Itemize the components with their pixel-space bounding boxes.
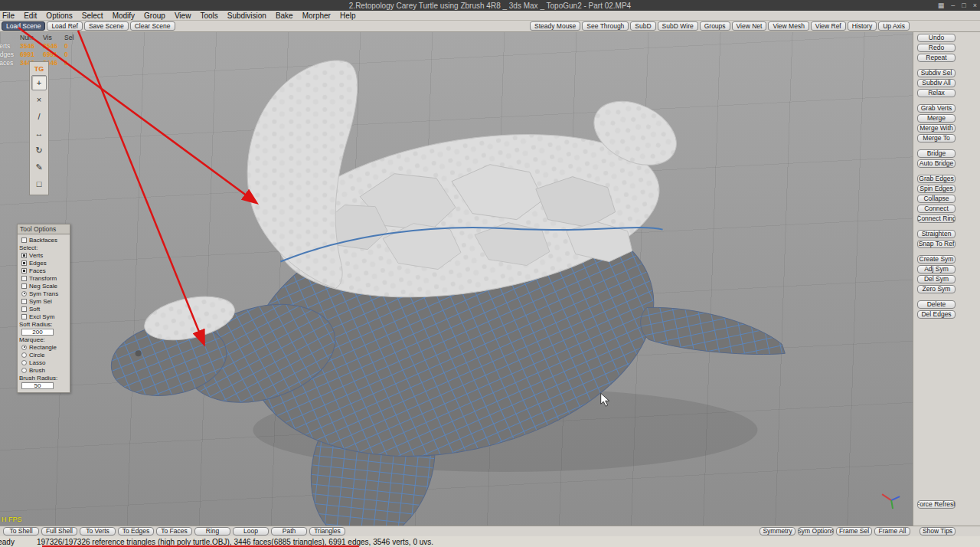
show-tips-button[interactable]: Show Tips: [920, 527, 956, 536]
faces-checkbox[interactable]: Faces: [18, 267, 70, 274]
backfaces-checkbox[interactable]: Backfaces: [18, 236, 70, 244]
up-axis-button[interactable]: Up Axis: [878, 21, 910, 31]
tool-option-input[interactable]: 50: [21, 382, 54, 389]
sym-options-item[interactable]: Sym Options: [798, 527, 834, 536]
draw-tool-button[interactable]: ✎: [31, 159, 47, 175]
frame-sel-item[interactable]: Frame Sel: [836, 527, 872, 536]
soft-radius-input[interactable]: 200: [18, 328, 70, 336]
knife-tool-button[interactable]: /: [31, 109, 47, 124]
subdiv-all-button[interactable]: Subdiv All: [917, 79, 956, 87]
checkbox-icon[interactable]: [21, 283, 27, 289]
checkbox-icon[interactable]: [21, 299, 27, 304]
group-item[interactable]: Group: [139, 11, 170, 20]
frame-all-item[interactable]: Frame All: [874, 527, 910, 536]
steady-mouse-button[interactable]: Steady Mouse: [530, 21, 580, 31]
sym-sel-checkbox[interactable]: Sym Sel: [18, 297, 70, 305]
file-item[interactable]: File: [0, 11, 19, 20]
view-mesh-button[interactable]: View Mesh: [768, 21, 808, 31]
marquee-section-label[interactable]: Marquee:: [18, 336, 70, 343]
tool-options-title[interactable]: Tool Options: [18, 224, 70, 234]
modify-item[interactable]: Modify: [108, 11, 139, 20]
measure-tool-button[interactable]: ↔: [31, 126, 47, 141]
neg-scale-checkbox[interactable]: Neg Scale: [18, 282, 70, 290]
delete-tool-button[interactable]: ×: [31, 92, 47, 107]
merge-with-button[interactable]: Merge With: [917, 124, 956, 133]
close-icon[interactable]: ×: [973, 2, 977, 9]
radio-icon[interactable]: [21, 345, 27, 350]
ring-item[interactable]: Ring: [194, 527, 230, 536]
layout-icon[interactable]: ▦: [938, 2, 945, 9]
bridge-button[interactable]: Bridge: [917, 149, 956, 158]
view-item[interactable]: View: [170, 11, 196, 20]
auto-bridge-button[interactable]: Auto Bridge: [917, 159, 956, 168]
spin-edges-button[interactable]: Spin Edges: [917, 185, 956, 193]
checkbox-icon[interactable]: [21, 260, 27, 266]
excl-sym-checkbox[interactable]: Excl Sym: [18, 313, 70, 320]
history-button[interactable]: History: [848, 21, 877, 31]
radio-icon[interactable]: [21, 291, 27, 296]
radio-icon[interactable]: [21, 360, 27, 365]
force-refresh-button[interactable]: Force Refresh: [917, 500, 956, 509]
del-sym-button[interactable]: Del Sym: [917, 275, 956, 283]
zero-sym-button[interactable]: Zero Sym: [917, 285, 956, 293]
subdivision-item[interactable]: Subdivision: [223, 11, 271, 20]
viewport-3d[interactable]: NumVisSel Verts 3546 3546 0 Edges 699: [0, 32, 913, 526]
checkbox-icon[interactable]: [21, 314, 27, 319]
view-net-button[interactable]: View Net: [732, 21, 767, 31]
brush-radius-input[interactable]: 50: [18, 382, 70, 389]
create-sym-button[interactable]: Create Sym: [917, 255, 956, 264]
brush-radius-label[interactable]: Brush Radius:: [18, 374, 70, 382]
to-verts-item[interactable]: To Verts: [80, 527, 116, 536]
grab-edges-button[interactable]: Grab Edges: [917, 175, 956, 183]
bake-item[interactable]: Bake: [271, 11, 298, 20]
patch-tool-button[interactable]: □: [31, 176, 47, 192]
to-faces-item[interactable]: To Faces: [156, 527, 192, 536]
soft-radius-label[interactable]: Soft Radius:: [18, 320, 70, 328]
relax-tool-button[interactable]: ↻: [31, 142, 47, 158]
connect-ring-button[interactable]: Connect Ring: [917, 215, 956, 223]
select-section-label[interactable]: Select:: [18, 244, 70, 251]
marquee-lasso-radio[interactable]: Lasso: [18, 359, 70, 366]
marquee-rectangle-radio[interactable]: Rectangle: [18, 343, 70, 351]
verts-checkbox[interactable]: Verts: [18, 251, 70, 259]
marquee-brush-radio[interactable]: Brush: [18, 366, 70, 374]
straighten-button[interactable]: Straighten: [917, 230, 956, 238]
groups-button[interactable]: Groups: [700, 21, 730, 31]
grab-verts-button[interactable]: Grab Verts: [917, 104, 956, 113]
marquee-circle-radio[interactable]: Circle: [18, 351, 70, 359]
adj-sym-button[interactable]: Adj Sym: [917, 265, 956, 274]
morpher-item[interactable]: Morpher: [298, 11, 335, 20]
path-item[interactable]: Path: [271, 527, 307, 536]
checkbox-icon[interactable]: [21, 276, 27, 281]
options-item[interactable]: Options: [41, 11, 77, 20]
maximize-icon[interactable]: □: [962, 2, 965, 9]
save-scene-button[interactable]: Save Scene: [84, 21, 129, 31]
to-edges-item[interactable]: To Edges: [118, 527, 154, 536]
tweak-tool-button[interactable]: +: [31, 75, 47, 90]
tools-item[interactable]: Tools: [195, 11, 222, 20]
clear-scene-button[interactable]: Clear Scene: [130, 21, 175, 31]
subd-wire-button[interactable]: SubD Wire: [658, 21, 698, 31]
load-ref-button[interactable]: Load Ref: [47, 21, 83, 31]
snap-to-ref-button[interactable]: Snap To Ref: [917, 240, 956, 248]
subd-button[interactable]: SubD: [630, 21, 655, 31]
checkbox-icon[interactable]: [21, 306, 27, 312]
subdiv-sel-button[interactable]: Subdiv Sel: [917, 69, 956, 77]
collapse-button[interactable]: Collapse: [917, 195, 956, 203]
to-shell-item[interactable]: To Shell: [3, 527, 39, 536]
merge-to-button[interactable]: Merge To: [917, 134, 956, 142]
triangles-item[interactable]: Triangles: [309, 527, 345, 536]
checkbox-icon[interactable]: [21, 268, 27, 274]
sym-trans-radio[interactable]: Sym Trans: [18, 290, 70, 297]
edit-item[interactable]: Edit: [19, 11, 41, 20]
del-edges-button[interactable]: Del Edges: [917, 310, 956, 319]
delete-button[interactable]: Delete: [917, 300, 956, 309]
view-ref-button[interactable]: View Ref: [811, 21, 846, 31]
see-through-button[interactable]: See Through: [582, 21, 629, 31]
edges-checkbox[interactable]: Edges: [18, 259, 70, 267]
undo-button[interactable]: Undo: [917, 34, 956, 42]
radio-icon[interactable]: [21, 352, 27, 358]
full-shell-item[interactable]: Full Shell: [41, 527, 77, 536]
select-item[interactable]: Select: [77, 11, 108, 20]
transform-checkbox[interactable]: Transform: [18, 274, 70, 282]
